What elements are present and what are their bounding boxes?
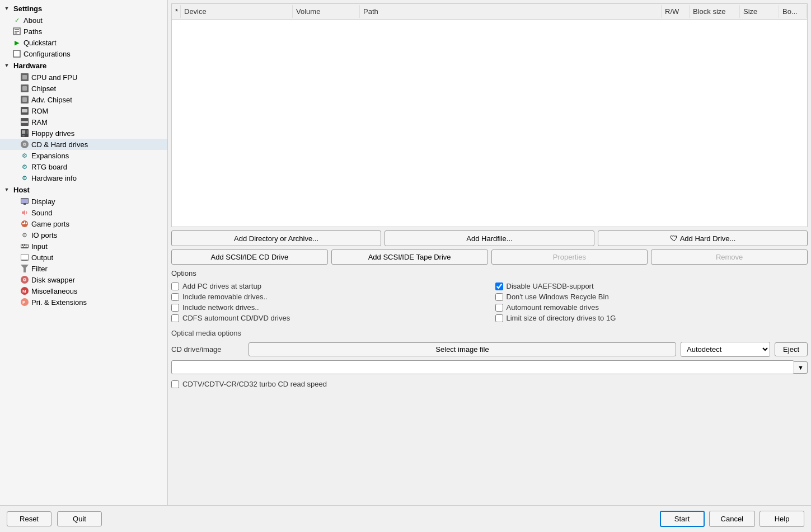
automount-removable-checkbox[interactable]	[495, 304, 503, 312]
svg-rect-37	[21, 246, 23, 247]
disable-uaefsdb-checkbox[interactable]	[495, 283, 503, 290]
sidebar-rom-label: ROM	[31, 107, 48, 115]
cdfs-automount-checkbox[interactable]	[171, 314, 179, 322]
sidebar-settings-header[interactable]: ▼ Settings	[0, 2, 167, 15]
optical-path-input[interactable]	[171, 360, 794, 374]
col-rw: R/W	[662, 5, 690, 18]
sidebar-item-display[interactable]: Display	[0, 196, 167, 207]
add-pc-drives-checkbox[interactable]	[171, 283, 179, 290]
pri-extensions-icon: P	[20, 298, 29, 307]
eject-btn[interactable]: Eject	[775, 342, 808, 356]
sidebar-item-miscellaneous[interactable]: M Miscellaneous	[0, 285, 167, 296]
start-btn[interactable]: Start	[660, 511, 705, 527]
sidebar-item-cd-hard-drives[interactable]: CD & Hard drives	[0, 139, 167, 150]
svg-rect-26	[24, 204, 26, 205]
adv-chipset-icon	[20, 95, 29, 104]
sidebar-game-ports-label: Game ports	[31, 220, 69, 228]
sidebar-item-ram[interactable]: RAM	[0, 116, 167, 128]
reset-btn[interactable]: Reset	[7, 511, 51, 526]
sidebar-item-game-ports[interactable]: Game ports	[0, 218, 167, 229]
optical-path-dropdown-btn[interactable]: ▼	[794, 361, 808, 374]
sidebar-adv-chipset-label: Adv. Chipset	[31, 96, 72, 104]
dont-use-recycle-label[interactable]: Don't use Windows Recycle Bin	[507, 293, 609, 301]
sidebar-about-label: About	[24, 16, 43, 25]
add-hardfile-btn[interactable]: Add Hardfile...	[385, 230, 594, 246]
dont-use-recycle-checkbox[interactable]	[495, 293, 503, 301]
sidebar-item-hardware-info[interactable]: ⚙ Hardware info	[0, 172, 167, 183]
svg-rect-6	[14, 51, 20, 57]
sidebar-expansions-label: Expansions	[31, 152, 69, 160]
miscellaneous-icon: M	[20, 286, 29, 295]
sidebar-filter-label: Filter	[31, 265, 48, 273]
svg-point-46	[24, 279, 25, 280]
display-icon	[20, 197, 29, 206]
add-hard-drive-btn[interactable]: 🛡 Add Hard Drive...	[598, 230, 808, 246]
sidebar-item-disk-swapper[interactable]: Disk swapper	[0, 274, 167, 285]
select-image-file-btn[interactable]: Select image file	[249, 342, 676, 356]
limit-size-checkbox[interactable]	[495, 314, 503, 322]
svg-rect-10	[22, 86, 27, 91]
sidebar-item-filter[interactable]: Filter	[0, 263, 167, 274]
include-network-label[interactable]: Include network drives..	[182, 303, 259, 312]
cancel-btn[interactable]: Cancel	[709, 511, 755, 527]
sidebar-item-expansions[interactable]: ⚙ Expansions	[0, 150, 167, 161]
sidebar-item-input[interactable]: Input	[0, 241, 167, 252]
sidebar-item-sound[interactable]: Sound	[0, 207, 167, 218]
optical-type-dropdown[interactable]: Autodetect CD-ROM DVD-ROM	[681, 342, 770, 357]
footer-left: Reset Quit	[7, 511, 102, 526]
limit-size-label[interactable]: Limit size of directory drives to 1G	[507, 314, 616, 322]
quit-btn[interactable]: Quit	[57, 511, 102, 526]
checkbox-limit-size: Limit size of directory drives to 1G	[495, 313, 808, 323]
add-scsi-tape-btn[interactable]: Add SCSI/IDE Tape Drive	[331, 249, 488, 265]
add-pc-drives-label[interactable]: Add PC drives at startup	[182, 282, 261, 290]
disable-uaefsdb-label[interactable]: Disable UAEFSDB-support	[507, 282, 594, 290]
sidebar-settings-label: Settings	[13, 4, 42, 13]
sidebar-item-configurations[interactable]: Configurations	[0, 48, 167, 59]
col-device: Device	[181, 5, 293, 18]
configurations-icon	[12, 49, 21, 58]
sidebar-item-floppy-drives[interactable]: Floppy drives	[0, 128, 167, 139]
add-scsi-cd-btn[interactable]: Add SCSI/IDE CD Drive	[171, 249, 328, 265]
options-left: Add PC drives at startup Include removab…	[171, 281, 484, 323]
sidebar-item-io-ports[interactable]: ⚙ IO ports	[0, 229, 167, 241]
sidebar-floppy-drives-label: Floppy drives	[31, 129, 74, 138]
sidebar-item-pri-extensions[interactable]: P Pri. & Extensions	[0, 296, 167, 308]
sidebar-host-header[interactable]: ▼ Host	[0, 183, 167, 196]
sidebar-item-rtg-board[interactable]: ⚙ RTG board	[0, 161, 167, 172]
cpu-fpu-icon	[20, 73, 29, 82]
svg-rect-33	[21, 244, 22, 246]
sidebar-item-quickstart[interactable]: ▶ Quickstart	[0, 37, 167, 48]
sidebar-item-cpu-fpu[interactable]: CPU and FPU	[0, 72, 167, 83]
sidebar-item-chipset[interactable]: Chipset	[0, 83, 167, 94]
cdtv-checkbox[interactable]	[171, 380, 179, 388]
sidebar-item-adv-chipset[interactable]: Adv. Chipset	[0, 94, 167, 105]
hardware-info-icon: ⚙	[20, 173, 29, 182]
svg-rect-19	[25, 130, 27, 134]
add-directory-btn[interactable]: Add Directory or Archive...	[171, 230, 381, 246]
checkbox-disable-uaefsdb: Disable UAEFSDB-support	[495, 281, 808, 291]
settings-triangle-icon: ▼	[2, 4, 11, 13]
svg-rect-42	[22, 260, 27, 261]
drive-table: * Device Volume Path R/W Block size Size…	[171, 3, 808, 227]
sidebar-hardware-info-label: Hardware info	[31, 174, 77, 182]
sidebar-hardware-header[interactable]: ▼ Hardware	[0, 59, 167, 72]
sidebar-item-output[interactable]: Output	[0, 252, 167, 263]
sidebar-item-paths[interactable]: Paths	[0, 26, 167, 37]
options-section: Options Add PC drives at startup Include…	[168, 265, 811, 326]
properties-btn[interactable]: Properties	[491, 249, 648, 265]
sidebar-item-about[interactable]: ✓ About	[0, 15, 167, 26]
svg-text:M: M	[22, 289, 26, 294]
sidebar-item-rom[interactable]: ROM	[0, 105, 167, 116]
include-removable-checkbox[interactable]	[171, 293, 179, 301]
help-btn[interactable]: Help	[760, 511, 804, 527]
cdtv-label[interactable]: CDTV/CDTV-CR/CD32 turbo CD read speed	[182, 380, 327, 388]
cdfs-automount-label[interactable]: CDFS automount CD/DVD drives	[182, 314, 290, 322]
svg-point-23	[24, 144, 25, 145]
svg-marker-43	[21, 265, 29, 272]
automount-removable-label[interactable]: Automount removable drives	[507, 303, 599, 312]
checkbox-add-pc-drives: Add PC drives at startup	[171, 281, 484, 291]
include-removable-label[interactable]: Include removable drives..	[182, 293, 268, 301]
footer: Reset Quit Start Cancel Help	[0, 505, 811, 532]
include-network-checkbox[interactable]	[171, 304, 179, 312]
remove-btn[interactable]: Remove	[651, 249, 808, 265]
